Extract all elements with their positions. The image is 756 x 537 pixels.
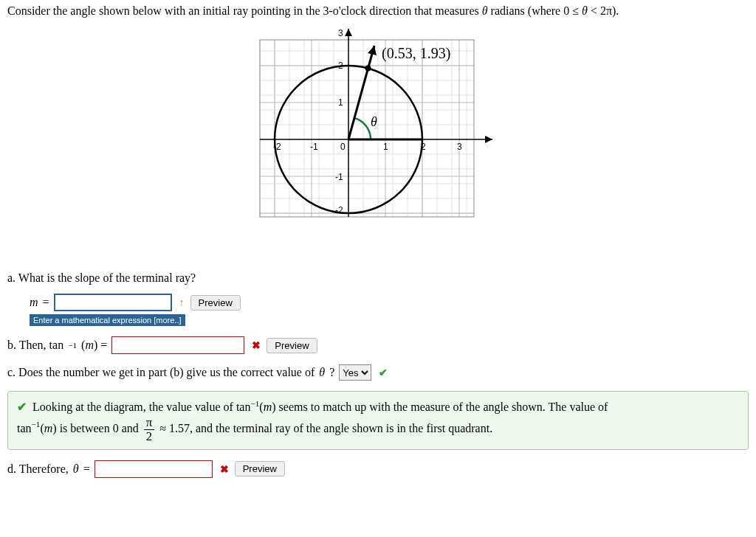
- feedback-exp-1: −1: [250, 399, 259, 408]
- prompt-theta2: θ: [582, 4, 588, 17]
- svg-text:θ: θ: [371, 114, 377, 129]
- wrong-icon: ✖: [252, 339, 261, 351]
- part-d-preview-button[interactable]: Preview: [235, 461, 285, 477]
- part-a-input[interactable]: [54, 294, 172, 311]
- svg-text:3: 3: [338, 28, 343, 38]
- part-c-theta: θ: [319, 366, 325, 379]
- part-c-select[interactable]: Yes No: [339, 364, 371, 381]
- feedback-box: ✔ Looking at the diagram, the value valu…: [7, 391, 749, 450]
- svg-text:0: 0: [340, 142, 346, 152]
- correct-icon: ✔: [379, 367, 388, 378]
- part-b-input[interactable]: [111, 336, 244, 354]
- part-a-label: a. What is the slope of the terminal ray…: [7, 271, 749, 285]
- part-c-text-1: c. Does the number we get in part (b) gi…: [7, 366, 315, 379]
- svg-text:1: 1: [338, 97, 343, 108]
- svg-text:-2: -2: [335, 205, 343, 215]
- prompt-text-3: < 2π).: [588, 4, 619, 17]
- feedback-line1b: (m) seems to match up with the measure o…: [259, 401, 608, 413]
- fraction-pi-over-2: π2: [144, 416, 154, 443]
- part-a-equals: =: [43, 296, 49, 309]
- svg-marker-37: [485, 136, 492, 143]
- part-d-theta: θ: [73, 462, 79, 476]
- part-b-preview-button[interactable]: Preview: [267, 338, 317, 353]
- input-hint[interactable]: Enter a mathematical expression [more..]: [30, 314, 185, 326]
- prompt-text-2: radians (where 0 ≤: [488, 4, 582, 17]
- part-d: d. Therefore, θ = ✖ Preview: [7, 460, 749, 478]
- question-prompt: Consider the angle shown below with an i…: [7, 4, 749, 18]
- frac-num: π: [144, 416, 154, 430]
- part-b: b. Then, tan−1(m) = ✖ Preview: [7, 336, 749, 354]
- part-c: c. Does the number we get in part (b) gi…: [7, 364, 749, 381]
- part-d-equals: =: [83, 462, 90, 476]
- svg-text:3: 3: [457, 142, 462, 152]
- svg-marker-38: [345, 29, 352, 36]
- wrong-icon-d: ✖: [220, 463, 229, 475]
- feedback-line2a: tan: [17, 422, 32, 434]
- svg-text:-1: -1: [310, 142, 318, 152]
- feedback-line2b: (m) is between 0 and: [40, 422, 141, 434]
- frac-den: 2: [144, 430, 154, 443]
- part-c-text-2: ?: [329, 366, 334, 379]
- angle-diagram: -2 -1 0 1 2 3 1 2 3 -1 -2 θ (0.53, 1.93): [7, 25, 749, 257]
- part-d-input[interactable]: [94, 460, 213, 478]
- check-icon: ✔: [17, 401, 27, 413]
- pending-icon: ↑: [179, 297, 185, 308]
- part-b-prefix: b. Then, tan: [7, 339, 63, 352]
- feedback-line1a: Looking at the diagram, the value value …: [32, 401, 250, 413]
- svg-text:1: 1: [383, 142, 388, 152]
- part-a: a. What is the slope of the terminal ray…: [7, 271, 749, 326]
- svg-text:-1: -1: [335, 172, 343, 182]
- part-a-preview-button[interactable]: Preview: [190, 295, 241, 311]
- prompt-text-1: Consider the angle shown below with an i…: [7, 4, 482, 17]
- part-b-arg: (m) =: [81, 339, 107, 352]
- svg-text:(0.53, 1.93): (0.53, 1.93): [382, 45, 450, 62]
- feedback-exp-2: −1: [32, 420, 41, 429]
- part-b-exp: −1: [68, 341, 77, 350]
- part-d-prefix: d. Therefore,: [7, 462, 69, 476]
- svg-point-54: [365, 66, 371, 72]
- part-a-var: m: [30, 296, 38, 309]
- feedback-line2c: ≈ 1.57, and the terminal ray of the angl…: [159, 422, 492, 434]
- prompt-theta: θ: [482, 4, 488, 17]
